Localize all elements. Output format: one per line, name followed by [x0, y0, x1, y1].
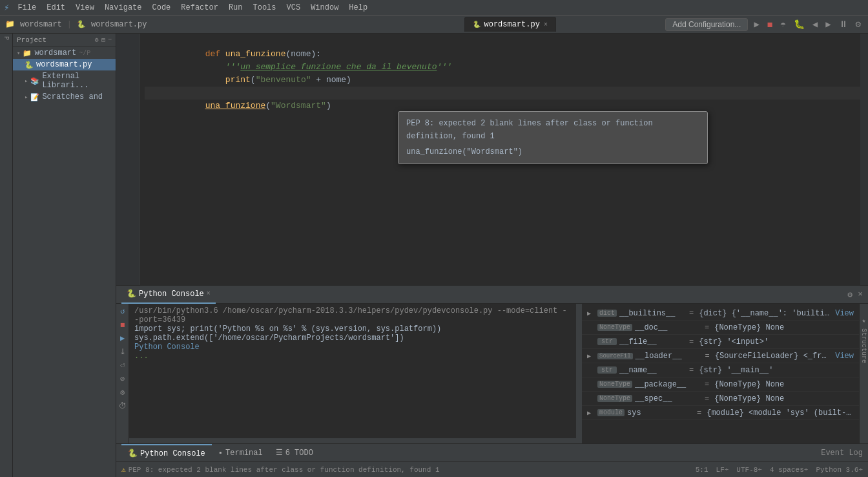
tree-label-external: External Librari...: [42, 72, 112, 90]
project-panel-icon[interactable]: P: [3, 36, 10, 40]
stop-icon[interactable]: ◼: [765, 19, 774, 30]
separator: |: [67, 20, 72, 29]
console-tab-close[interactable]: ×: [207, 290, 211, 297]
var-row-loader[interactable]: ▶ SourceFil __loader__ = {SourceFileLoad…: [582, 349, 859, 363]
var-row-package[interactable]: NoneType __package__ = {NoneType} None: [582, 377, 859, 392]
var-row-builtins[interactable]: ▶ dict __builtins__ = {dict} {'__name__'…: [582, 306, 859, 321]
var-row-file[interactable]: str __file__ = {str} '<input>': [582, 335, 859, 349]
status-position[interactable]: 5:1: [696, 466, 708, 474]
panel-close-icon[interactable]: ×: [858, 290, 863, 299]
var-arrow-builtins[interactable]: ▶: [587, 310, 595, 317]
line-numbers: [116, 34, 140, 285]
tab-wordsmart-py[interactable]: 🐍 wordsmart.py ×: [464, 17, 556, 32]
menu-code[interactable]: Code: [147, 2, 175, 14]
add-configuration-button[interactable]: Add Configuration...: [665, 18, 748, 31]
var-arrow-loader[interactable]: ▶: [587, 352, 595, 360]
back-icon[interactable]: ◀: [811, 19, 820, 30]
var-value-file: {str} '<input>': [699, 337, 854, 346]
var-name-loader: __loader__: [636, 352, 700, 361]
btab-todo-label: 6 TODO: [285, 449, 313, 458]
var-row-spec[interactable]: NoneType __spec__ = {NoneType} None: [582, 392, 859, 406]
tab-close-button[interactable]: ×: [544, 21, 548, 28]
menu-edit[interactable]: Edit: [42, 2, 70, 14]
btab-terminal[interactable]: ▪ Terminal: [212, 444, 269, 462]
var-eq-file: =: [689, 337, 694, 346]
var-value-name: {str} '__main__': [699, 366, 854, 375]
run-icon[interactable]: ▶: [752, 19, 761, 30]
status-indent[interactable]: 4 spaces÷: [770, 466, 808, 474]
status-encoding[interactable]: UTF-8÷: [736, 466, 762, 474]
menu-refactor[interactable]: Refactor: [176, 2, 223, 14]
panel-settings-icon[interactable]: ⚙: [847, 290, 852, 300]
menu-navigate[interactable]: Navigate: [100, 2, 147, 14]
clear-icon[interactable]: ⊘: [120, 374, 125, 384]
console-main: /usr/bin/python3.6 /home/oscar/pycharm-2…: [129, 304, 576, 443]
editor-content[interactable]: def una_funzione(nome): '''un semplice f…: [116, 34, 868, 285]
btab-todo-icon: ☰: [276, 448, 283, 458]
restart-icon[interactable]: ↺: [120, 306, 125, 316]
project-name[interactable]: wordsmart: [20, 20, 62, 29]
panel-cog-icon[interactable]: ⚙: [95, 36, 99, 44]
event-log-button[interactable]: Event Log: [821, 449, 863, 458]
var-name-file: __file__: [619, 337, 684, 346]
forward-icon[interactable]: ▶: [823, 19, 832, 30]
call-close: ): [326, 101, 331, 111]
debug-icon[interactable]: 🐛: [792, 19, 807, 30]
var-arrow-sys[interactable]: ▶: [587, 409, 595, 417]
code-editor[interactable]: def una_funzione(nome): '''un semplice f…: [140, 34, 860, 285]
var-link-loader[interactable]: View: [835, 352, 854, 361]
console-scrollbar-v[interactable]: [576, 304, 581, 443]
menu-view[interactable]: View: [71, 2, 99, 14]
menu-file[interactable]: File: [13, 2, 41, 14]
panel-minus-icon[interactable]: −: [108, 36, 112, 44]
pep8-tooltip: PEP 8: expected 2 blank lines after clas…: [398, 111, 708, 164]
run-console-icon[interactable]: ▶: [120, 334, 125, 343]
menu-run[interactable]: Run: [224, 2, 247, 14]
var-eq-package: =: [705, 380, 709, 389]
var-row-doc[interactable]: NoneType __doc__ = {NoneType} None: [582, 321, 859, 335]
tree-item-external[interactable]: ▸ 📚 External Librari...: [13, 70, 116, 91]
console-scrollbar-h[interactable]: [129, 438, 576, 443]
status-lf[interactable]: LF÷: [716, 466, 729, 474]
var-row-sys[interactable]: ▶ module sys = {module} <module 'sys' (b…: [582, 406, 859, 420]
history-icon[interactable]: ⏱: [119, 401, 127, 411]
var-link-builtins[interactable]: View: [835, 309, 854, 318]
menu-window[interactable]: Window: [306, 2, 343, 14]
pause-icon[interactable]: ⏸: [837, 19, 850, 30]
var-badge-loader: SourceFil: [597, 353, 633, 359]
ext-lib-icon: 📚: [30, 77, 39, 85]
settings-toolbar-icon[interactable]: ⚙: [854, 19, 863, 30]
tree-item-wordsmart-py[interactable]: 🐍 wordsmart.py: [13, 59, 116, 70]
scroll-end-icon[interactable]: ⤓: [119, 347, 126, 357]
var-row-name[interactable]: str __name__ = {str} '__main__': [582, 363, 859, 377]
menu-help[interactable]: Help: [344, 2, 372, 14]
coverage-icon[interactable]: ☂: [778, 19, 787, 30]
menu-tools[interactable]: Tools: [249, 2, 281, 14]
wordsmart-str: "Wordsmart": [271, 101, 326, 111]
code-line-3: print("benvenuto" + nome): [145, 61, 860, 74]
soft-wrap-icon[interactable]: ⏎: [120, 361, 125, 370]
settings-console-icon[interactable]: ⚙: [120, 388, 125, 398]
panel-layout-icon[interactable]: ⊞: [101, 36, 105, 44]
var-name-builtins: __builtins__: [619, 309, 684, 318]
tooltip-line1: PEP 8: expected 2 blank lines after clas…: [406, 117, 699, 143]
stop-console-icon[interactable]: ◼: [120, 320, 125, 330]
status-python[interactable]: Python 3.6÷: [816, 466, 863, 474]
tree-item-scratches[interactable]: ▸ 📝 Scratches and: [13, 91, 116, 103]
favorites-star-icon[interactable]: ★: [862, 317, 865, 324]
tree-arrow-wordsmart: ▾: [17, 50, 20, 57]
var-name-package: __package__: [635, 380, 699, 389]
tree-item-wordsmart[interactable]: ▾ 📁 wordsmart ~/P: [13, 47, 116, 59]
structure-icon[interactable]: Structure: [860, 328, 867, 363]
left-icons-strip: P: [0, 34, 13, 477]
editor-tabs: 🐍 wordsmart.py ×: [464, 17, 556, 32]
btab-python-console[interactable]: 🐍 Python Console: [121, 444, 212, 462]
status-warning-text: PEP 8: expected 2 blank lines after clas…: [129, 466, 440, 474]
project-icon: 📁: [5, 19, 15, 29]
project-panel: Project ⚙ ⊞ − ▾ 📁 wordsmart ~/P 🐍 wordsm…: [13, 34, 116, 477]
menu-vcs[interactable]: VCS: [282, 2, 305, 14]
btab-todo[interactable]: ☰ 6 TODO: [269, 444, 320, 462]
console-panel-tab[interactable]: 🐍 Python Console ×: [121, 286, 216, 304]
folder-icon: 📁: [23, 49, 32, 58]
console-cmd-line: /usr/bin/python3.6 /home/oscar/pycharm-2…: [134, 306, 571, 324]
